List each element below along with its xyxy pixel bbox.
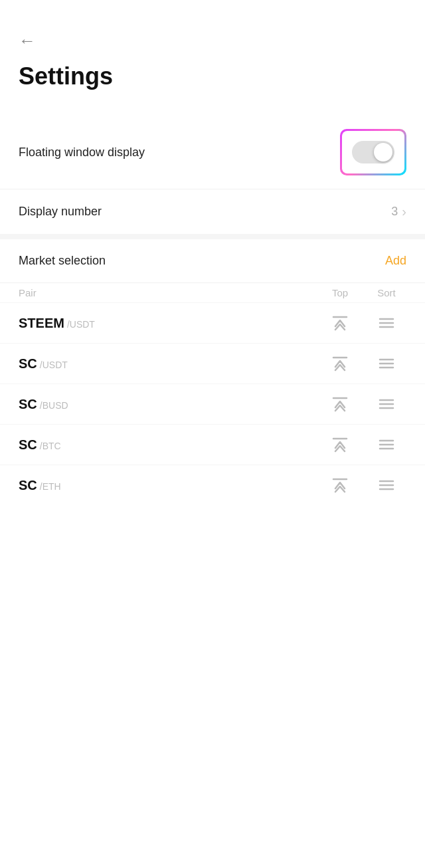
display-number-right: 3 › [391,204,406,219]
pair-name: STEEM /USDT [19,316,313,331]
top-icon [331,315,349,331]
top-icon [331,396,349,412]
toggle-gradient-border [340,129,406,175]
market-selection-row: Market selection Add [0,239,425,282]
sort-icon [377,357,396,370]
market-item: SC /USDT [0,343,425,383]
pair-quote: /USDT [67,319,95,330]
toggle-inner [342,131,404,173]
top-button[interactable] [313,437,367,453]
market-item: SC /BUSD [0,383,425,424]
pair-quote: /ETH [40,481,61,492]
sort-handle[interactable] [367,357,406,370]
back-button[interactable]: ← [19,32,36,49]
top-button[interactable] [313,477,367,493]
sort-handle[interactable] [367,479,406,492]
settings-page: ← Settings Floating window display Displ… [0,0,425,868]
pair-base: SC [19,437,37,453]
pair-quote: /USDT [40,360,68,370]
sort-icon [377,397,396,411]
display-number-label: Display number [19,205,102,219]
top-icon [331,477,349,493]
market-item: SC /ETH [0,465,425,505]
page-title: Settings [19,62,406,90]
market-list: STEEM /USDT SC /USDT [0,302,425,505]
pair-base: SC [19,478,37,493]
pair-quote: /BTC [40,441,61,451]
floating-window-label: Floating window display [19,146,145,160]
market-selection-label: Market selection [19,254,106,268]
section-divider [0,234,425,239]
top-button[interactable] [313,315,367,331]
sort-handle[interactable] [367,316,406,330]
pair-quote: /BUSD [40,400,68,411]
top-button[interactable] [313,396,367,412]
pair-base: SC [19,397,37,412]
floating-window-toggle-wrapper[interactable] [340,129,406,175]
sort-handle[interactable] [367,397,406,411]
sort-handle[interactable] [367,438,406,451]
market-item: SC /BTC [0,424,425,465]
display-number-value: 3 [391,205,398,219]
top-button[interactable] [313,356,367,372]
pair-base: STEEM [19,316,64,331]
back-arrow-icon: ← [19,32,36,49]
pair-name: SC /BUSD [19,397,313,412]
col-header-sort: Sort [367,287,406,298]
col-header-pair: Pair [19,287,313,298]
pair-base: SC [19,356,37,372]
floating-window-row: Floating window display [0,116,425,189]
display-number-row[interactable]: Display number 3 › [0,189,425,234]
col-header-top: Top [313,287,367,298]
add-market-button[interactable]: Add [385,254,406,268]
sort-icon [377,479,396,492]
sort-icon [377,316,396,330]
top-icon [331,356,349,372]
market-item: STEEM /USDT [0,302,425,343]
pair-name: SC /ETH [19,478,313,493]
toggle-thumb [374,143,392,162]
toggle-track[interactable] [352,141,394,163]
pair-name: SC /USDT [19,356,313,372]
chevron-right-icon: › [402,204,406,219]
top-icon [331,437,349,453]
sort-icon [377,438,396,451]
table-header: Pair Top Sort [0,282,425,302]
pair-name: SC /BTC [19,437,313,453]
header: ← Settings [0,0,425,116]
